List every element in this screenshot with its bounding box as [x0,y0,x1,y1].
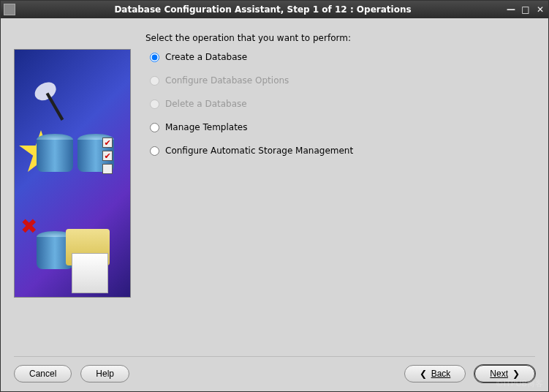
minimize-icon[interactable]: — [506,4,516,15]
svg-rect-1 [46,92,64,120]
back-button[interactable]: ❮ Back [404,365,466,382]
radio-label: Manage Templates [165,122,248,132]
window-title: Database Configuration Assistant, Step 1… [20,4,506,15]
radio-input-asm[interactable] [150,146,159,156]
options-panel: Select the operation that you want to pe… [145,33,535,356]
radio-create-database[interactable]: Create a Database [150,52,535,62]
main-area: ✔✔ ✖ Select the operation that you want … [14,33,535,356]
radio-configure-asm[interactable]: Configure Automatic Storage Management [150,146,535,156]
app-icon [4,4,15,15]
svg-point-0 [31,78,59,104]
radio-label: Create a Database [165,52,247,62]
radio-configure-options: Configure Database Options [150,75,535,86]
documents-icon [72,253,108,293]
close-icon[interactable]: ✕ [535,4,545,15]
radio-input-templates[interactable] [150,123,159,132]
button-label: Cancel [29,369,56,379]
titlebar: Database Configuration Assistant, Step 1… [1,1,548,18]
button-label: Back [431,369,451,379]
radio-manage-templates[interactable]: Manage Templates [150,122,535,132]
window-controls: — □ ✕ [506,4,545,15]
radio-label: Configure Automatic Storage Management [165,146,353,156]
wand-icon [26,62,96,132]
help-button[interactable]: Help [80,365,129,382]
chevron-left-icon: ❮ [420,369,427,379]
radio-label: Configure Database Options [165,75,289,86]
button-label: Help [96,369,114,379]
chevron-right-icon: ❯ [512,369,520,379]
wizard-illustration: ✔✔ ✖ [14,49,131,298]
cancel-button[interactable]: Cancel [14,365,72,382]
radio-input-create[interactable] [150,53,159,62]
button-bar: Cancel Help ❮ Back Next ❯ [14,356,535,384]
button-label: Next [490,369,508,379]
prompt-text: Select the operation that you want to pe… [145,33,535,43]
checklist-icon: ✔✔ [102,137,113,174]
window: Database Configuration Assistant, Step 1… [0,0,549,392]
delete-x-icon: ✖ [20,214,37,238]
radio-input-configure [150,76,159,86]
watermark-text: ©ITPUB博客 [496,378,543,389]
radio-label: Delete a Database [165,99,247,109]
content-area: ✔✔ ✖ Select the operation that you want … [1,18,548,391]
radio-delete-database: Delete a Database [150,99,535,109]
db-cylinder-icon [37,134,73,178]
radio-input-delete [150,99,159,109]
maximize-icon[interactable]: □ [520,4,531,15]
